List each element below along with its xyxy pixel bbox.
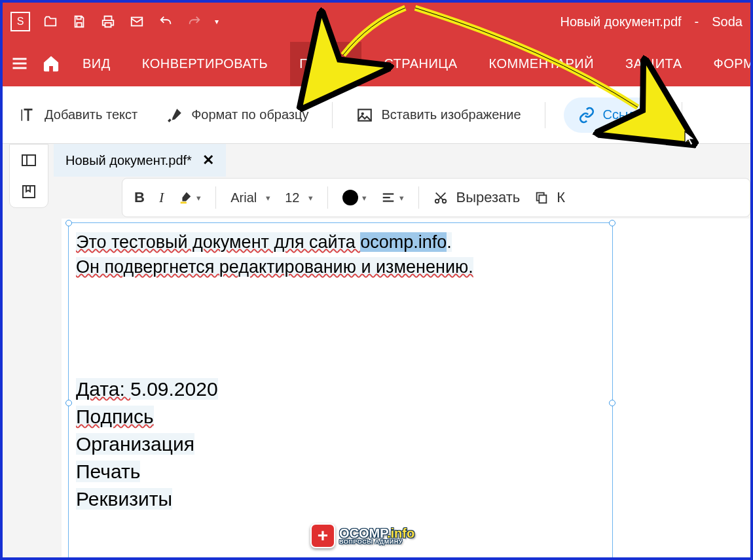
svg-rect-6 — [22, 155, 35, 166]
chevron-down-icon: ▾ — [308, 193, 313, 203]
document-tab-label: Новый документ.pdf* — [65, 153, 192, 168]
chevron-down-icon: ▾ — [196, 193, 201, 203]
tab-forms[interactable]: ФОРМЫ — [705, 42, 753, 86]
format-separator — [418, 186, 419, 209]
selection-frame[interactable] — [68, 222, 613, 557]
cut-button[interactable]: Вырезать — [433, 189, 520, 206]
document-area: Это тестовый документ для сайта ocomp.in… — [3, 219, 750, 557]
insert-image-label: Вставить изображение — [381, 107, 521, 122]
format-separator — [327, 186, 328, 209]
selection-handle[interactable] — [609, 400, 615, 406]
document-tabs: Новый документ.pdf* ✕ — [3, 144, 750, 177]
link-label: Ссылка — [603, 107, 650, 122]
redo-icon[interactable] — [186, 14, 203, 29]
highlighter-button[interactable]: ▾ — [178, 190, 201, 205]
home-icon[interactable] — [42, 53, 60, 74]
svg-rect-8 — [23, 186, 35, 198]
toolbar-separator — [545, 102, 545, 128]
insert-image-button[interactable]: Вставить изображение — [351, 100, 526, 130]
tab-edit[interactable]: ПРАВКА — [290, 42, 361, 86]
italic-button[interactable]: I — [159, 189, 164, 206]
edit-toolbar: Добавить текст Формат по образцу Вставит… — [3, 86, 750, 144]
add-text-label: Добавить текст — [45, 107, 138, 122]
titlebar-quick-actions: S ▾ — [10, 12, 219, 31]
quick-access-more-icon[interactable]: ▾ — [215, 17, 219, 26]
title-separator: - — [695, 14, 699, 29]
watermark-brand: OCOMP.info — [339, 527, 414, 539]
tab-view[interactable]: ВИД — [73, 42, 120, 86]
bookmark-icon[interactable] — [20, 184, 38, 200]
format-separator — [215, 186, 216, 209]
font-size-select[interactable]: 12▾ — [285, 190, 313, 205]
image-icon — [356, 107, 373, 124]
selection-handle[interactable] — [609, 220, 615, 226]
svg-rect-9 — [181, 201, 187, 203]
tab-page[interactable]: СТРАНИЦА — [375, 42, 466, 86]
hamburger-menu-icon[interactable] — [10, 53, 29, 74]
app-name: Soda — [712, 14, 743, 29]
format-painter-label: Формат по образцу — [191, 107, 308, 122]
svg-rect-15 — [540, 195, 547, 203]
page[interactable]: Это тестовый документ для сайта ocomp.in… — [62, 219, 750, 557]
panel-layout-icon[interactable] — [20, 152, 38, 168]
mail-icon[interactable] — [128, 14, 145, 29]
tab-convert[interactable]: КОНВЕРТИРОВАТЬ — [133, 42, 277, 86]
font-color-button[interactable]: ▾ — [342, 190, 367, 205]
link-button[interactable]: Ссылка — [564, 97, 664, 133]
tab-protect[interactable]: ЗАЩИТА — [616, 42, 691, 86]
undo-icon[interactable] — [157, 14, 174, 29]
color-swatch — [342, 190, 358, 205]
selection-handle[interactable] — [65, 400, 72, 406]
brush-icon — [166, 107, 183, 124]
toolbar-separator — [332, 102, 333, 128]
watermark: + OCOMP.info ВОПРОСЫ АДМИНУ — [310, 523, 414, 548]
link-icon — [578, 107, 595, 124]
titlebar: S ▾ Новый документ.pdf - Soda — [3, 3, 750, 41]
open-icon[interactable] — [42, 14, 59, 29]
svg-point-5 — [361, 112, 364, 114]
print-icon[interactable] — [100, 14, 117, 29]
font-family-select[interactable]: Arial▾ — [230, 190, 270, 205]
document-name: Новый документ.pdf — [560, 14, 682, 29]
side-panel — [9, 144, 48, 208]
copy-button[interactable]: К — [534, 189, 565, 206]
text-cursor-icon — [20, 107, 37, 124]
titlebar-title: Новый документ.pdf - Soda — [560, 14, 743, 29]
format-toolbar: B I ▾ Arial▾ 12▾ ▾ ▾ Вырезать К — [122, 178, 750, 217]
watermark-plus-icon: + — [310, 523, 335, 548]
selection-handle[interactable] — [65, 220, 72, 226]
add-text-button[interactable]: Добавить текст — [14, 100, 143, 130]
chevron-down-icon: ▾ — [399, 193, 404, 203]
bold-button[interactable]: B — [134, 189, 145, 206]
chevron-down-icon: ▾ — [266, 193, 270, 203]
align-button[interactable]: ▾ — [381, 190, 404, 205]
format-painter-button[interactable]: Формат по образцу — [161, 100, 314, 130]
chevron-down-icon: ▾ — [362, 193, 367, 203]
toolbar-separator — [682, 102, 682, 128]
app-logo[interactable]: S — [10, 12, 30, 31]
document-tab[interactable]: Новый документ.pdf* ✕ — [54, 144, 226, 177]
tab-comment[interactable]: КОММЕНТАРИЙ — [480, 42, 604, 86]
close-tab-icon[interactable]: ✕ — [202, 152, 214, 169]
save-icon[interactable] — [71, 14, 88, 29]
main-tabs: ВИД КОНВЕРТИРОВАТЬ ПРАВКА СТРАНИЦА КОММЕ… — [3, 41, 750, 86]
